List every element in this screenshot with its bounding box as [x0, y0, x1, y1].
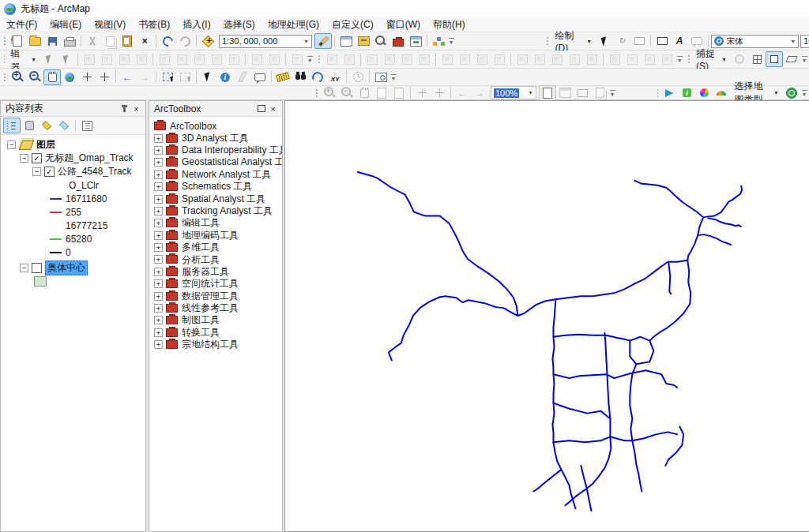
python-window-button[interactable] [407, 33, 424, 49]
legend-item[interactable]: 16777215 [1, 219, 145, 232]
legend-item[interactable]: 0 [1, 245, 145, 259]
toolbox-node[interactable]: + 数据管理工具 [149, 290, 282, 302]
toolbar-overflow-button[interactable]: ▼ [447, 35, 455, 47]
menu-item[interactable]: 视图(V) [88, 17, 132, 32]
match-symbols-button[interactable] [531, 51, 548, 67]
attributes-window-button[interactable] [248, 51, 265, 67]
menu-item[interactable]: 窗口(W) [380, 17, 427, 32]
layer-checkbox-checked[interactable]: ✓ [44, 167, 55, 177]
vertex-snap-button[interactable] [766, 51, 783, 67]
move-center-button[interactable] [190, 51, 208, 67]
change-layout-button[interactable] [556, 85, 574, 101]
go-forward-extent-button[interactable]: → [471, 85, 488, 101]
measure-button[interactable] [274, 69, 292, 85]
edit-annotation-button[interactable] [58, 51, 75, 67]
expand-icon[interactable]: + [154, 243, 163, 252]
expand-icon[interactable]: + [154, 279, 163, 288]
expand-icon[interactable]: + [154, 182, 163, 191]
rectangle-page-button[interactable] [566, 51, 583, 67]
gps-track-polyline[interactable] [553, 432, 677, 442]
polygon-symbol-swatch[interactable] [34, 276, 47, 287]
toolbox-node[interactable]: + 编辑工具 [149, 217, 282, 229]
toolbar-overflow-button[interactable]: ▼ [800, 53, 808, 66]
collapse-icon[interactable]: − [32, 167, 41, 176]
clear-selection-button[interactable] [176, 69, 194, 85]
line-symbol-swatch[interactable] [50, 225, 62, 227]
add-data-dd-button[interactable] [199, 33, 216, 49]
gps-track-polyline[interactable] [534, 470, 562, 492]
focus-data-frame-button[interactable] [574, 85, 591, 101]
snap-point-button[interactable] [133, 51, 150, 67]
line-symbol-swatch[interactable] [50, 212, 62, 213]
menu-item[interactable]: 编辑(E) [43, 17, 88, 32]
create-features-button[interactable] [288, 51, 306, 67]
toolbar-overflow-button[interactable]: ▼ [675, 53, 683, 66]
flip-vertical-button[interactable] [658, 51, 675, 67]
toolbar-overflow-button[interactable]: ▼ [306, 53, 314, 66]
fixed-zoom-in-button[interactable] [78, 69, 96, 85]
edit-tool-button[interactable] [40, 51, 58, 67]
layer-checkbox-checked[interactable]: ✓ [32, 153, 42, 163]
close-toc-button[interactable]: × [130, 103, 142, 114]
gps-track-polyline[interactable] [389, 296, 518, 360]
reshape-feature-button[interactable] [156, 51, 173, 67]
arctoolbox-root-node[interactable]: ArcToolbox [149, 120, 282, 132]
align-center-button[interactable] [456, 51, 473, 67]
toolbox-node[interactable]: + 服务器工具 [149, 266, 282, 278]
toolbox-node[interactable]: + Geostatistical Analyst 工具 [149, 156, 282, 168]
toc-node-symbol-group[interactable]: O_LClr [1, 178, 145, 192]
callout-button[interactable] [688, 33, 706, 49]
copy-features-button[interactable] [363, 51, 381, 67]
copy-button[interactable] [101, 33, 119, 49]
track-play-button[interactable] [660, 85, 678, 101]
map-scale-combo[interactable]: 1:30, 000, 000▼ [219, 35, 312, 48]
distribute-button[interactable] [514, 51, 531, 67]
expand-icon[interactable]: + [154, 231, 163, 240]
hyperlink-button[interactable] [234, 69, 251, 85]
expand-icon[interactable]: + [154, 255, 163, 264]
gps-track-polyline[interactable] [555, 260, 687, 299]
expand-icon[interactable]: + [154, 146, 163, 155]
toolbar-grip[interactable] [687, 54, 690, 65]
split-polygons-button[interactable] [398, 51, 416, 67]
gps-track-polyline[interactable] [634, 181, 703, 217]
legend-item[interactable]: 16711680 [1, 192, 145, 205]
column-page-button[interactable] [583, 51, 600, 67]
font-size-combo[interactable]: 10▼ [800, 35, 809, 48]
toolbox-node[interactable]: + 3D Analyst 工具 [149, 132, 282, 144]
delete-x-button[interactable]: × [136, 33, 153, 49]
map-globe-button[interactable] [783, 85, 800, 101]
toc-node-polygon-swatch[interactable] [1, 275, 145, 288]
gps-track-polyline[interactable] [581, 466, 591, 511]
gps-track-polyline[interactable] [668, 263, 671, 294]
toolbox-node[interactable]: + Data Interoperability 工具 [149, 144, 282, 156]
rotate-ccw-button[interactable] [623, 51, 641, 67]
toc-window-button[interactable] [337, 33, 355, 49]
toolbox-node[interactable]: + 转换工具 [149, 327, 282, 339]
toolbox-node[interactable]: + 空间统计工具 [149, 278, 282, 290]
go-to-xy-button[interactable]: XY [326, 69, 344, 85]
expand-icon[interactable]: + [154, 207, 163, 215]
new-text-dd-button[interactable]: A [671, 33, 688, 49]
toolbar-grip[interactable] [2, 36, 6, 47]
menu-item[interactable]: 书签(B) [132, 17, 176, 32]
expand-icon[interactable]: + [154, 340, 163, 349]
menu-item[interactable]: 文件(F) [0, 17, 43, 32]
expand-icon[interactable]: + [154, 219, 163, 227]
new-document-button[interactable] [9, 33, 26, 49]
line-symbol-swatch[interactable] [50, 252, 62, 253]
expand-icon[interactable]: + [154, 134, 163, 143]
go-back-button[interactable]: ← [119, 69, 136, 85]
full-extent-button[interactable] [61, 69, 78, 85]
construct-polygons-button[interactable] [381, 51, 398, 67]
toolbox-node[interactable]: + Spatial Analyst 工具 [149, 193, 282, 204]
legend-item[interactable]: 65280 [1, 232, 145, 245]
editor-toolbar-toggle-button[interactable] [314, 33, 332, 49]
toc-node-selected-layer[interactable]: − 奥体中心 [1, 261, 145, 275]
align-top-button[interactable] [473, 51, 491, 67]
zoom-100-percent-button[interactable] [390, 85, 408, 101]
go-forward-button[interactable]: → [136, 69, 153, 85]
search-window-button[interactable] [372, 33, 389, 49]
toolbar-grip[interactable] [545, 36, 549, 47]
pan-button[interactable] [43, 69, 61, 85]
